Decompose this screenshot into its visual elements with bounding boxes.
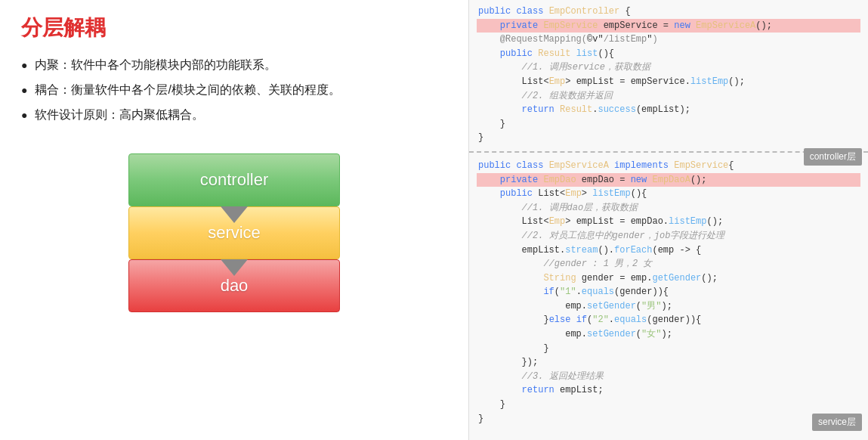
code-line-27: }); [477,355,860,370]
code-line-19: empList.stream().forEach(emp -> { [477,243,860,258]
controller-layer-label: controller层 [804,148,862,166]
page-title: 分层解耦 [21,14,447,42]
bullet-item-3: 软件设计原则：高内聚低耦合。 [21,107,447,123]
controller-box: controller [128,153,340,206]
code-line-31: } [477,412,860,426]
code-line-10: } [477,117,860,132]
code-line-4: @RequestMapping(©v"/listEmp") [477,33,860,47]
code-line-12: } [477,131,860,145]
bullet-item-2: 耦合：衡量软件中各个层/模块之间的依赖、关联的程度。 [21,82,447,98]
code-line-18: //2. 对员工信息中的gender，job字段进行处理 [477,229,860,243]
code-block: public class EmpController { private Emp… [469,0,868,150]
code-line-13: public class EmpServiceA implements EmpS… [477,159,860,173]
code-line-14: private EmpDao empDao = new EmpDaoA(); [477,173,860,187]
code-block-2: public class EmpServiceA implements EmpS… [469,154,868,430]
code-line-5: public Result list(){ [477,47,860,61]
code-line-8: //2. 组装数据并返回 [477,89,860,104]
code-line-29: return empList; [477,383,860,398]
code-line-15: public List<Emp> listEmp(){ [477,187,860,201]
code-line-9: return Result.success(empList); [477,103,860,117]
code-line-16: //1. 调用dao层，获取数据 [477,201,860,215]
code-line-30: } [477,398,860,412]
bullet-item-1: 内聚：软件中各个功能模块内部的功能联系。 [21,57,447,73]
code-line-28: //3. 返回处理结果 [477,370,860,384]
code-line-6: //1. 调用service，获取数据 [477,60,860,75]
code-line-7: List<Emp> empList = empService.listEmp()… [477,75,860,89]
right-panel: public class EmpController { private Emp… [468,0,868,440]
code-line-24: }else if("2".equals(gender)){ [477,313,860,327]
code-line-26: } [477,342,860,356]
code-line-23: emp.setGender("男"); [477,299,860,314]
service-layer-label: service层 [812,414,862,431]
code-line-22: if("1".equals(gender)){ [477,285,860,299]
code-line-20: //gender : 1 男，2 女 [477,257,860,271]
code-line-17: List<Emp> empList = empDao.listEmp(); [477,215,860,229]
code-line-21: String gender = emp.getGender(); [477,271,860,286]
code-line-1: public class EmpController { [477,5,860,19]
code-line-2: private EmpService empService = new EmpS… [477,19,860,33]
code-line-25: emp.setGender("女"); [477,327,860,342]
architecture-diagram: controller service dao [21,153,447,312]
left-panel: 分层解耦 内聚：软件中各个功能模块内部的功能联系。 耦合：衡量软件中各个层/模块… [0,0,468,440]
bullet-list: 内聚：软件中各个功能模块内部的功能联系。 耦合：衡量软件中各个层/模块之间的依赖… [21,57,447,132]
